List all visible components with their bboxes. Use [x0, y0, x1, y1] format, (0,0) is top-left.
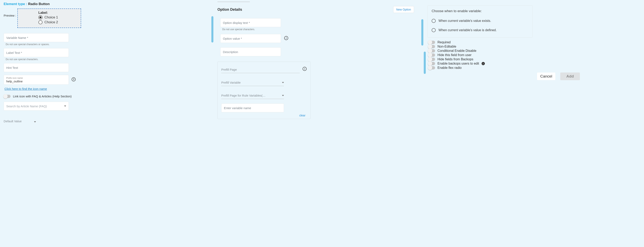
- prefix-icon-input[interactable]: Prefix icon name help_outline: [4, 75, 69, 85]
- clear-link[interactable]: clear: [299, 114, 306, 117]
- find-icon-link[interactable]: Click here to find the icon name: [4, 87, 47, 91]
- toggle-required-label: Required: [438, 41, 451, 44]
- default-value-label: Default Value: [4, 119, 22, 123]
- variable-name-input[interactable]: Variable Name *: [4, 33, 69, 42]
- prefill-variable-select[interactable]: Prefill Variable: [221, 78, 284, 86]
- toggle-off-icon: [428, 45, 435, 48]
- toggle-off-icon: [4, 95, 10, 98]
- prefill-page-label: Prefill Page: [221, 68, 237, 71]
- enter-variable-name-input[interactable]: Enter variable name: [221, 103, 284, 112]
- preview-box: Label: Choice 1 Choice 2: [18, 9, 81, 28]
- prefix-icon-float-label: Prefix icon name: [6, 77, 23, 79]
- label-text-placeholder: Label Text *: [6, 51, 22, 55]
- prefill-rule-label: Prefill Page for Rule Variables(…: [221, 94, 266, 97]
- radio-value-exists-label: When current variable's value exists.: [438, 19, 491, 23]
- toggle-off-icon: [428, 54, 435, 57]
- toggle-hide-from-user-label: Hide this field from user: [438, 53, 472, 57]
- chevron-down-icon: [34, 121, 36, 122]
- chevron-down-icon: [64, 105, 66, 107]
- element-type-prefix: Element type :: [4, 2, 27, 6]
- enable-variable-title: Choose when to enable variable:: [432, 9, 528, 13]
- variable-name-placeholder: Variable Name *: [6, 36, 28, 40]
- prefill-variable-label: Prefill Variable: [221, 81, 241, 84]
- default-value-select[interactable]: Default Value: [4, 117, 36, 124]
- new-option-button[interactable]: New Option: [393, 6, 414, 13]
- divider: [218, 2, 250, 2]
- radio-unselected-icon: [432, 19, 436, 23]
- radio-unselected-icon: [432, 28, 436, 32]
- radio-value-defined[interactable]: When current variable's value is defined…: [432, 28, 528, 32]
- enter-variable-name-placeholder: Enter variable name: [224, 106, 251, 110]
- chevron-down-icon: [282, 82, 284, 83]
- hint-text-input[interactable]: Hint Text: [4, 63, 69, 72]
- option-details-title: Option Details: [218, 8, 242, 12]
- scrollbar-thumb[interactable]: [421, 19, 423, 46]
- link-icon-toggle-row[interactable]: Link icon with FAQ & Articles (Help Sect…: [4, 95, 210, 98]
- link-icon-toggle-label: Link icon with FAQ & Articles (Help Sect…: [13, 95, 72, 98]
- prefill-page-select[interactable]: Prefill Page: [221, 65, 300, 73]
- toggle-hide-from-backops-label: Hide fields from Backops: [438, 58, 473, 61]
- option-display-text-input[interactable]: Option display text *: [220, 18, 281, 27]
- prefill-panel: Prefill Page i Prefill Variable Prefill …: [218, 62, 310, 119]
- option-description-input[interactable]: Description: [220, 47, 281, 56]
- toggle-enable-backops-edit-label: Enable backops users to edit: [438, 62, 479, 65]
- toggle-off-icon: [428, 66, 435, 69]
- prefill-rule-select[interactable]: Prefill Page for Rule Variables(…: [221, 91, 284, 99]
- toggle-required[interactable]: Required: [428, 41, 640, 44]
- radio-selected-icon: [38, 15, 42, 20]
- toggle-non-editable-label: Non-Editable: [438, 45, 456, 48]
- toggle-enable-flex-radio[interactable]: Enable flex radio: [428, 66, 640, 70]
- option-display-text-helper: Do not use special characters.: [222, 28, 420, 31]
- hint-text-placeholder: Hint Text: [6, 66, 18, 69]
- option-description-placeholder: Description: [223, 50, 238, 54]
- preview-choice-2[interactable]: Choice 2: [38, 20, 78, 25]
- option-value-placeholder: Option value *: [223, 37, 242, 40]
- faq-search-placeholder: Search by Article Name (FAQ): [6, 104, 47, 108]
- label-text-helper: Do not use special characters.: [6, 58, 210, 61]
- option-display-text-placeholder: Option display text *: [223, 21, 250, 25]
- toggle-off-icon: [428, 49, 435, 53]
- add-button[interactable]: Add: [560, 73, 580, 80]
- toggle-hide-from-backops[interactable]: Hide fields from Backops: [428, 58, 640, 61]
- toggle-off-icon: [428, 62, 435, 65]
- preview-choice-1-label: Choice 1: [44, 15, 58, 20]
- toggle-enable-backops-edit[interactable]: Enable backops users to edit i: [428, 62, 640, 65]
- info-icon[interactable]: i: [302, 67, 307, 71]
- radio-value-defined-label: When current variable's value is defined…: [438, 28, 497, 32]
- preview-box-label: Label:: [38, 11, 78, 15]
- prefix-icon-value: help_outline: [6, 80, 23, 83]
- toggle-enable-flex-radio-label: Enable flex radio: [438, 66, 462, 70]
- label-text-input[interactable]: Label Text *: [4, 48, 69, 57]
- element-type-value: Radio Button: [28, 2, 50, 6]
- option-value-input[interactable]: Option value *: [220, 34, 281, 43]
- radio-unselected-icon: [38, 20, 42, 24]
- toggle-off-icon: [428, 58, 435, 61]
- toggle-hide-from-user[interactable]: Hide this field from user: [428, 53, 640, 57]
- cancel-button[interactable]: Cancel: [537, 73, 556, 80]
- element-type-heading: Element type : Radio Button: [4, 2, 210, 6]
- info-icon[interactable]: i: [482, 62, 485, 65]
- radio-value-exists[interactable]: When current variable's value exists.: [432, 19, 528, 23]
- scrollbar-thumb[interactable]: [211, 16, 214, 43]
- info-icon[interactable]: i: [284, 36, 288, 40]
- toggle-non-editable[interactable]: Non-Editable: [428, 45, 640, 48]
- chevron-down-icon: [282, 95, 284, 96]
- enable-variable-panel: Choose when to enable variable: When cur…: [428, 5, 532, 38]
- faq-search-select[interactable]: Search by Article Name (FAQ): [4, 102, 69, 111]
- scrollbar-thumb[interactable]: [424, 52, 426, 74]
- variable-name-helper: Do not use special characters or spaces.: [6, 43, 210, 46]
- toggle-off-icon: [428, 41, 435, 44]
- toggle-conditional-enable-label: Conditional Enable Disable: [438, 49, 476, 53]
- preview-choice-2-label: Choice 2: [44, 20, 58, 24]
- help-icon[interactable]: ?: [72, 77, 76, 81]
- preview-label: Preview :: [4, 9, 16, 17]
- toggle-conditional-enable[interactable]: Conditional Enable Disable: [428, 49, 640, 53]
- preview-choice-1[interactable]: Choice 1: [38, 15, 78, 20]
